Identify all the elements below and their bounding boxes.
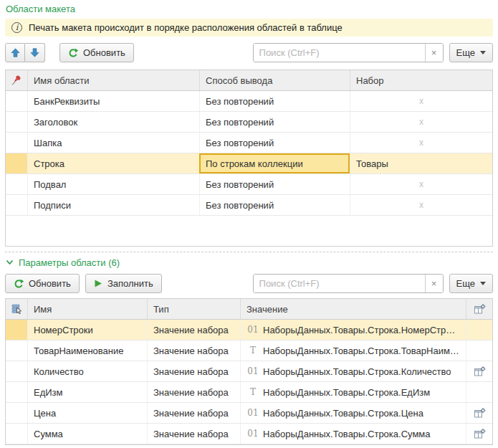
area-name-cell[interactable]: Заголовок	[27, 112, 199, 132]
area-set-cell[interactable]: x	[350, 133, 492, 153]
text-type-icon: Т	[246, 387, 259, 397]
param-value-text: НаборыДанных.Товары.Строка.ТоварНаимен…	[263, 345, 460, 356]
area-name-cell[interactable]: БанкРеквизиты	[27, 91, 199, 111]
row-selector-column-header[interactable]	[6, 299, 27, 319]
area-name-cell[interactable]: Шапка	[27, 133, 199, 153]
area-output-cell[interactable]: Без повторений	[199, 174, 350, 194]
params-more-button[interactable]: Еще	[449, 274, 493, 293]
params-search-input[interactable]	[254, 275, 425, 292]
refresh-params-button[interactable]: Обновить	[5, 274, 80, 293]
param-value-cell[interactable]: 01НаборыДанных.Товары.Строка.Количество	[240, 361, 466, 381]
area-output-cell[interactable]: Без повторений	[199, 195, 350, 215]
info-banner: i Печать макета происходит в порядке рас…	[5, 19, 493, 37]
more-button-label: Еще	[456, 47, 475, 58]
table-row[interactable]: Подвал Без повторений x	[6, 174, 492, 195]
column-header-set[interactable]: Набор	[350, 70, 492, 90]
param-value-cell[interactable]: 01НаборыДанных.Товары.Строка.Сумма	[240, 424, 466, 444]
param-type-cell[interactable]: Значение набора	[147, 320, 240, 340]
column-header-area-name[interactable]: Имя области	[27, 70, 199, 90]
param-name-cell[interactable]: НомерСтроки	[27, 320, 147, 340]
table-gear-icon[interactable]	[474, 366, 486, 377]
column-header-type[interactable]: Тип	[147, 299, 240, 319]
table-row[interactable]: Подписи Без повторений x	[6, 195, 492, 216]
refresh-areas-button[interactable]: Обновить	[59, 43, 134, 62]
param-type-cell[interactable]: Значение набора	[147, 361, 240, 381]
areas-toolbar: Обновить × Еще	[5, 43, 493, 62]
row-marker-cell	[6, 424, 27, 444]
area-set-cell[interactable]: x	[350, 174, 492, 194]
area-set-cell[interactable]: Товары	[350, 153, 492, 173]
table-row[interactable]: БанкРеквизиты Без повторений x	[6, 91, 492, 112]
row-marker-cell	[6, 320, 27, 340]
areas-search-input[interactable]	[254, 44, 425, 62]
column-header-output-method[interactable]: Способ вывода	[199, 70, 350, 90]
param-action-cell[interactable]	[466, 424, 492, 444]
clear-set-icon[interactable]: x	[419, 117, 423, 127]
row-marker-cell	[6, 112, 27, 132]
column-header-name[interactable]: Имя	[27, 299, 147, 319]
param-name-cell[interactable]: Цена	[27, 403, 147, 423]
param-name-cell[interactable]: Количество	[27, 361, 147, 381]
area-set-cell[interactable]: x	[350, 112, 492, 132]
param-type-cell[interactable]: Значение набора	[147, 403, 240, 423]
clear-set-icon[interactable]: x	[419, 200, 423, 210]
param-type-cell[interactable]: Значение набора	[147, 340, 240, 361]
param-type-cell[interactable]: Значение набора	[147, 424, 240, 444]
refresh-icon	[14, 279, 24, 289]
area-output-cell-active[interactable]: По строкам коллекции	[199, 153, 350, 173]
area-name-cell[interactable]: Подвал	[27, 174, 199, 194]
table-row[interactable]: Сумма Значение набора 01НаборыДанных.Тов…	[6, 424, 492, 444]
param-value-cell[interactable]: 01НаборыДанных.Товары.Строка.Цена	[240, 403, 466, 423]
section-divider	[5, 252, 493, 252]
layout-areas-panel: Области макета i Печать макета происходи…	[0, 0, 498, 448]
clear-set-icon[interactable]: x	[419, 96, 423, 106]
param-value-cell[interactable]: 01НаборыДанных.Товары.Строка.НомерСтроки	[240, 320, 466, 340]
area-name-cell[interactable]: Строка	[27, 153, 199, 173]
column-header-value[interactable]: Значение	[240, 299, 466, 319]
area-output-cell[interactable]: Без повторений	[199, 133, 350, 153]
area-set-cell[interactable]: x	[350, 195, 492, 215]
table-gear-icon[interactable]	[474, 428, 486, 439]
empty-table-area	[6, 216, 492, 246]
area-output-cell[interactable]: Без повторений	[199, 91, 350, 111]
areas-more-button[interactable]: Еще	[449, 43, 493, 62]
clear-set-icon[interactable]: x	[419, 138, 423, 148]
param-name-cell[interactable]: ЕдИзм	[27, 382, 147, 402]
caret-down-icon	[480, 51, 486, 54]
params-section-toggle[interactable]: Параметры области (6)	[5, 256, 493, 269]
areas-search-clear-icon[interactable]: ×	[425, 44, 443, 62]
number-type-icon: 01	[246, 325, 259, 335]
table-row[interactable]: Шапка Без повторений x	[6, 133, 492, 153]
table-row[interactable]: ЕдИзм Значение набора ТНаборыДанных.Това…	[6, 382, 492, 403]
param-name-cell[interactable]: Сумма	[27, 424, 147, 444]
move-up-button[interactable]	[5, 43, 25, 62]
param-name-cell[interactable]: ТоварНаименование	[27, 340, 147, 361]
table-row-selected[interactable]: НомерСтроки Значение набора 01НаборыДанн…	[6, 320, 492, 340]
table-row[interactable]: ТоварНаименование Значение набора ТНабор…	[6, 340, 492, 361]
params-search-clear-icon[interactable]: ×	[425, 275, 443, 292]
table-row[interactable]: Заголовок Без повторений x	[6, 112, 492, 133]
area-name-cell[interactable]: Подписи	[27, 195, 199, 215]
param-action-cell[interactable]	[466, 403, 492, 423]
table-row-selected[interactable]: Строка По строкам коллекции Товары	[6, 153, 492, 174]
param-type-cell[interactable]: Значение набора	[147, 382, 240, 402]
number-type-icon: 01	[246, 366, 259, 376]
param-action-cell[interactable]	[466, 361, 492, 381]
param-value-text: НаборыДанных.Товары.Строка.Цена	[263, 408, 423, 419]
area-output-cell[interactable]: Без повторений	[199, 112, 350, 132]
value-picker-column-header[interactable]	[466, 299, 492, 319]
param-value-cell[interactable]: ТНаборыДанных.Товары.Строка.ЕдИзм	[240, 382, 466, 402]
param-value-text: НаборыДанных.Товары.Строка.НомерСтроки	[263, 325, 460, 335]
area-set-cell[interactable]: x	[350, 91, 492, 111]
pin-column-header[interactable]	[6, 70, 27, 90]
params-search: ×	[253, 274, 444, 293]
table-gear-icon[interactable]	[474, 407, 486, 419]
page-title: Области макета	[5, 3, 493, 15]
fill-button[interactable]: Заполнить	[85, 274, 162, 293]
table-row[interactable]: Цена Значение набора 01НаборыДанных.Това…	[6, 403, 492, 424]
table-row[interactable]: Количество Значение набора 01НаборыДанны…	[6, 361, 492, 382]
clear-set-icon[interactable]: x	[419, 179, 423, 189]
arrow-up-icon	[11, 48, 20, 57]
move-down-button[interactable]	[25, 43, 45, 62]
param-value-cell[interactable]: ТНаборыДанных.Товары.Строка.ТоварНаимен…	[240, 340, 466, 361]
